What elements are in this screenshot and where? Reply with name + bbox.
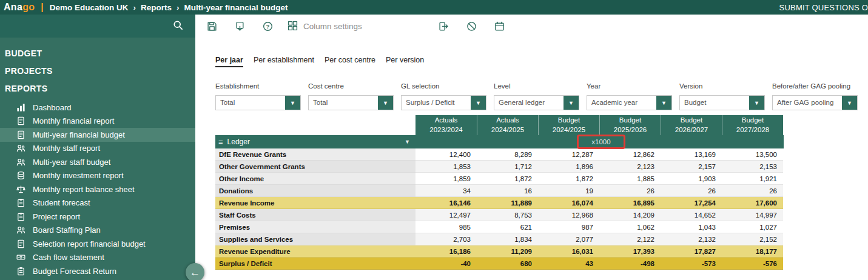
left-arrow-icon: ← xyxy=(190,267,200,279)
row-label: Revenue Expenditure xyxy=(215,245,415,258)
cell: 1,027 xyxy=(722,221,783,233)
sidebar-menu: DashboardMonthly financial reportMulti-y… xyxy=(0,101,195,278)
dropdown-button[interactable]: ▼ xyxy=(471,96,486,110)
row-label: Revenue Income xyxy=(215,197,415,209)
dashboard-icon xyxy=(16,103,26,112)
download-icon[interactable] xyxy=(230,17,249,35)
filter-selected-value: After GAG pooling xyxy=(773,96,842,110)
filter-dropdown-cost-centre[interactable]: Total▼ xyxy=(308,95,394,110)
save-icon[interactable] xyxy=(203,17,221,35)
filter-dropdown-gl-selection[interactable]: Surplus / Deficit▼ xyxy=(401,95,486,110)
column-header-year: 2026/2027 xyxy=(675,125,708,135)
cell: 17,600 xyxy=(722,197,783,209)
column-header: Actuals2024/2025 xyxy=(477,115,538,135)
sidebar-item-budget-forecast-return[interactable]: Budget Forecast Return xyxy=(0,264,195,278)
filter-version: VersionBudget▼ xyxy=(679,82,765,110)
sidebar-item-project-report[interactable]: Project report xyxy=(0,210,195,224)
breadcrumb-item-multi-year-financial-budget[interactable]: Multi-year financial budget xyxy=(184,3,288,12)
filter-selected-value: Total xyxy=(216,96,285,110)
table-row-dfe-revenue-grants: DfE Revenue Grants12,4008,28912,28712,86… xyxy=(215,148,784,161)
sidebar-item-monthly-staff-report[interactable]: Monthly staff report xyxy=(0,142,195,156)
sidebar-section-projects[interactable]: PROJECTS xyxy=(0,62,195,80)
block-icon[interactable] xyxy=(463,17,481,35)
filter-dropdown-establishment[interactable]: Total▼ xyxy=(215,95,301,110)
tab-per-cost-centre[interactable]: Per cost centre xyxy=(325,56,375,67)
column-header: Actuals2023/2024 xyxy=(415,115,477,135)
sidebar-section-reports[interactable]: REPORTS xyxy=(0,80,195,98)
ledger-dimension-cell[interactable]: ≡ Ledger ▼ xyxy=(215,138,415,147)
sidebar-item-dashboard[interactable]: Dashboard xyxy=(0,101,195,115)
table-body: DfE Revenue Grants12,4008,28912,28712,86… xyxy=(215,148,784,270)
filter-selected-value: General ledger xyxy=(494,96,564,110)
filter-dropdown-year[interactable]: Academic year▼ xyxy=(587,95,672,110)
sidebar-item-cash-flow-statement[interactable]: Cash flow statement xyxy=(0,251,195,265)
sidebar-item-monthly-investment-report[interactable]: Monthly investment report xyxy=(0,169,195,183)
cell: 19 xyxy=(538,185,599,197)
cell: 16,895 xyxy=(599,197,661,209)
cell: 1,834 xyxy=(477,233,538,245)
filter-dropdown-version[interactable]: Budget▼ xyxy=(679,95,765,110)
tab-per-jaar[interactable]: Per jaar xyxy=(215,56,243,67)
app-logo[interactable]: Anago xyxy=(4,2,35,13)
sidebar-item-board-staffing-plan[interactable]: Board Staffing Plan xyxy=(0,224,195,238)
filter-establishment: EstablishmentTotal▼ xyxy=(215,82,301,110)
tab-per-establishment[interactable]: Per establishment xyxy=(254,56,314,67)
sidebar-item-monthly-report-balance-sheet[interactable]: Monthly report balance sheet xyxy=(0,182,195,196)
filter-level: LevelGeneral ledger▼ xyxy=(494,82,579,110)
cell: 1,903 xyxy=(661,173,722,185)
column-header-type: Budget xyxy=(681,116,702,125)
filter-gl-selection: GL selectionSurplus / Deficit▼ xyxy=(401,82,486,110)
dropdown-button[interactable]: ▼ xyxy=(285,96,300,110)
cell: 16,146 xyxy=(415,197,477,209)
sidebar-item-label: Cash flow statement xyxy=(33,253,104,262)
cell: -573 xyxy=(661,258,722,270)
sidebar-item-label: Selection report financial budget xyxy=(33,239,146,248)
board-staffing-plan-icon xyxy=(16,225,26,235)
dropdown-button[interactable]: ▼ xyxy=(842,96,857,110)
filter-dropdown-level[interactable]: General ledger▼ xyxy=(494,95,579,110)
dropdown-button[interactable]: ▼ xyxy=(564,96,579,110)
cell: 14,997 xyxy=(722,209,783,221)
search-icon[interactable] xyxy=(173,20,183,33)
column-settings-icon xyxy=(288,21,298,32)
cell: 12,497 xyxy=(415,209,477,221)
cell: 1,885 xyxy=(599,173,661,185)
submit-questions-link[interactable]: SUBMIT QUESTIONS O xyxy=(779,3,868,12)
sidebar-item-selection-report-financial-budget[interactable]: Selection report financial budget xyxy=(0,237,195,251)
cell: 2,157 xyxy=(661,161,722,173)
column-settings-button[interactable]: Column settings xyxy=(288,21,362,32)
tab-per-version[interactable]: Per version xyxy=(386,56,424,67)
breadcrumb-item-reports[interactable]: Reports xyxy=(141,3,172,12)
cell: 43 xyxy=(538,258,599,270)
sidebar-item-multi-year-staff-budget[interactable]: Multi-year staff budget xyxy=(0,155,195,169)
sidebar-item-monthly-financial-report[interactable]: Monthly financial report xyxy=(0,115,195,128)
calendar-icon[interactable] xyxy=(491,17,509,35)
cell: 12,400 xyxy=(415,148,477,161)
cell: 18,177 xyxy=(722,245,783,258)
sidebar-item-label: Multi-year staff budget xyxy=(33,158,110,167)
balance-sheet-icon xyxy=(16,185,26,194)
sidebar-section-budget[interactable]: BUDGET xyxy=(0,45,195,62)
filter-selected-value: Surplus / Deficit xyxy=(402,96,471,110)
sidebar-item-multi-year-financial-budget[interactable]: Multi-year financial budget xyxy=(0,128,195,142)
cell: 2,123 xyxy=(599,161,661,173)
help-icon[interactable]: ? xyxy=(258,17,277,35)
export-icon[interactable] xyxy=(435,17,453,35)
filter-dropdown-before-after-gag-pooling[interactable]: After GAG pooling▼ xyxy=(772,95,858,110)
chevron-down-icon: ▼ xyxy=(476,100,481,106)
filter-label: Establishment xyxy=(215,82,301,90)
collapse-sidebar-button[interactable]: ← xyxy=(186,263,204,280)
cell: 1,853 xyxy=(415,161,477,173)
dropdown-button[interactable]: ▼ xyxy=(378,96,393,110)
breadcrumb-item-demo-education-uk[interactable]: Demo Education UK xyxy=(50,3,129,12)
sidebar-item-student-forecast[interactable]: Student forecast xyxy=(0,196,195,210)
cell: 16,186 xyxy=(415,245,477,258)
multi-year-staff-budget-icon xyxy=(16,158,26,167)
investment-report-icon xyxy=(16,171,26,180)
dropdown-button[interactable]: ▼ xyxy=(656,96,671,110)
dropdown-button[interactable]: ▼ xyxy=(749,96,764,110)
top-bar: Anago | Demo Education UK›Reports›Multi-… xyxy=(0,0,868,15)
ledger-label: Ledger xyxy=(227,138,250,146)
monthly-staff-report-icon xyxy=(16,144,26,153)
column-header-type: Budget xyxy=(558,116,580,125)
